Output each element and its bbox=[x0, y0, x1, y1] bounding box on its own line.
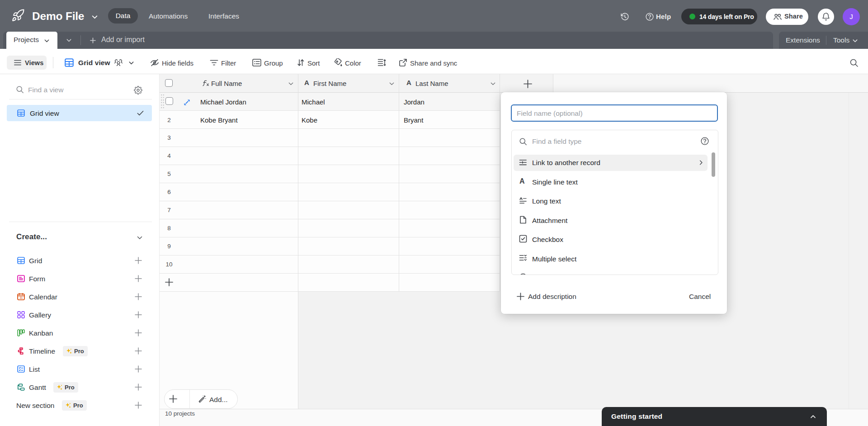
svg-text:31: 31 bbox=[19, 296, 23, 299]
